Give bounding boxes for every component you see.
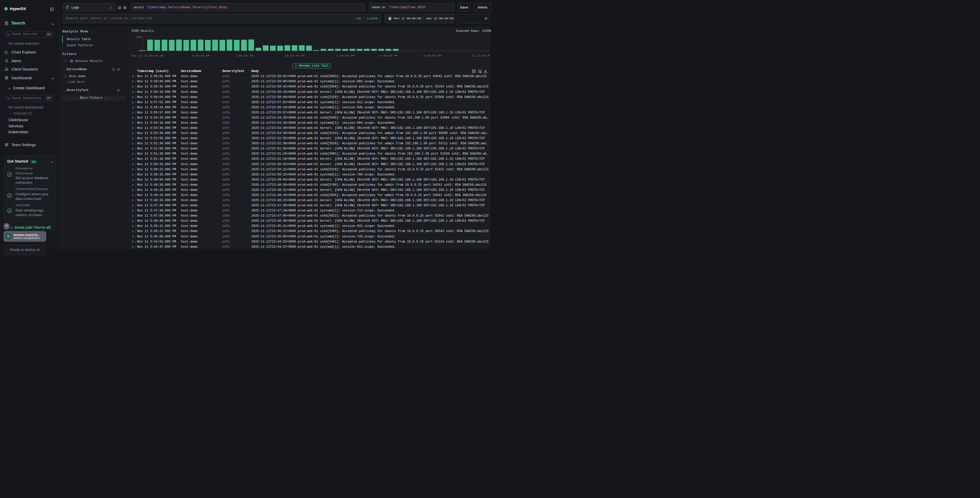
svg-text:11:30:00 PM: 11:30:00 PM: [472, 54, 490, 57]
svg-text:10:30:00 AM: 10:30:00 AM: [285, 54, 304, 57]
svg-text:600: 600: [136, 35, 142, 39]
svg-text:4:00:00 AM: 4:00:00 AM: [192, 54, 210, 57]
svg-text:7:00:00 AM: 7:00:00 AM: [235, 54, 253, 57]
svg-text:8:00:00 PM: 8:00:00 PM: [423, 54, 441, 57]
svg-text:Nov 11 12:00:00 AM: Nov 11 12:00:00 AM: [132, 54, 164, 57]
svg-text:2:00:00 PM: 2:00:00 PM: [337, 54, 354, 57]
svg-text:5:00:00 PM: 5:00:00 PM: [380, 54, 398, 57]
